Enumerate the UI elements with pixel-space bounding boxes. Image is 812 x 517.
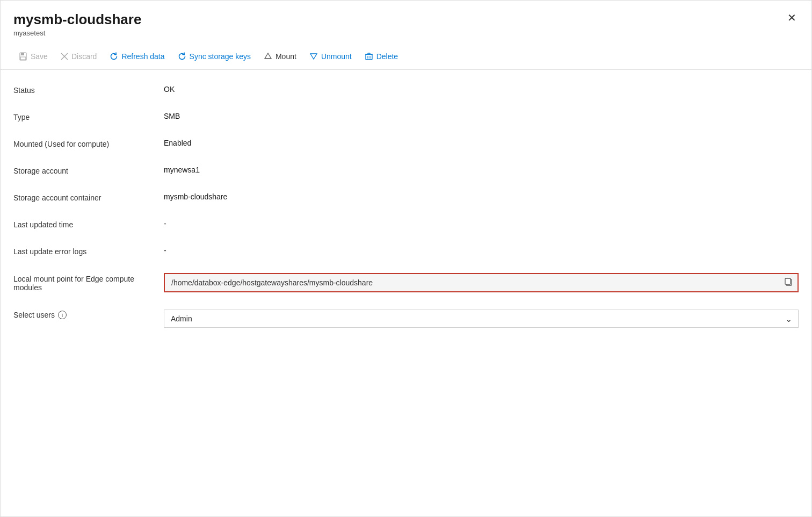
last-updated-row: Last updated time -	[13, 219, 799, 229]
delete-button[interactable]: Delete	[359, 49, 403, 64]
mount-point-label: Local mount point for Edge compute modul…	[13, 274, 164, 292]
discard-label: Discard	[71, 52, 97, 61]
type-value: SMB	[164, 112, 180, 120]
select-users-row: Select users i Admin User1 User2 ⌄	[13, 310, 799, 328]
refresh-label: Refresh data	[121, 52, 164, 61]
mount-button[interactable]: Mount	[258, 49, 302, 64]
select-users-label: Select users i	[13, 310, 164, 319]
select-users-info-icon: i	[58, 311, 67, 319]
unmount-label: Unmount	[321, 52, 352, 61]
svg-rect-2	[20, 57, 26, 60]
storage-account-label: Storage account	[13, 166, 164, 175]
sync-button[interactable]: Sync storage keys	[172, 49, 256, 64]
select-users-wrapper: Admin User1 User2 ⌄	[164, 310, 799, 328]
type-label: Type	[13, 112, 164, 121]
mounted-value: Enabled	[164, 139, 191, 147]
mount-icon	[264, 52, 272, 61]
last-updated-value: -	[164, 219, 166, 228]
refresh-icon	[110, 52, 118, 61]
save-icon	[19, 52, 27, 61]
svg-marker-6	[310, 54, 317, 59]
svg-rect-1	[21, 53, 24, 55]
content: Status OK Type SMB Mounted (Used for com…	[1, 70, 811, 358]
discard-button[interactable]: Discard	[55, 49, 102, 64]
container-row: Storage account container mysmb-cloudsha…	[13, 192, 799, 202]
svg-rect-15	[785, 278, 791, 284]
select-users-dropdown[interactable]: Admin User1 User2	[164, 310, 799, 328]
svg-rect-7	[366, 54, 372, 60]
storage-account-row: Storage account mynewsa1	[13, 166, 799, 175]
last-error-value: -	[164, 246, 166, 255]
status-row: Status OK	[13, 85, 799, 95]
dialog-header: mysmb-cloudshare myasetest	[1, 1, 811, 39]
last-updated-label: Last updated time	[13, 219, 164, 229]
copy-icon[interactable]	[784, 277, 793, 289]
refresh-button[interactable]: Refresh data	[104, 49, 170, 64]
delete-icon	[365, 52, 373, 61]
status-label: Status	[13, 85, 164, 95]
container-label: Storage account container	[13, 192, 164, 202]
storage-account-value: mynewsa1	[164, 166, 200, 174]
mount-label: Mount	[276, 52, 296, 61]
mounted-label: Mounted (Used for compute)	[13, 139, 164, 148]
unmount-icon	[309, 52, 318, 61]
mounted-row: Mounted (Used for compute) Enabled	[13, 139, 799, 148]
type-row: Type SMB	[13, 112, 799, 121]
unmount-button[interactable]: Unmount	[304, 49, 357, 64]
discard-icon	[61, 53, 68, 60]
last-error-row: Last update error logs -	[13, 246, 799, 256]
save-label: Save	[31, 52, 48, 61]
toolbar: Save Discard Refresh data	[1, 44, 811, 70]
last-error-label: Last update error logs	[13, 246, 164, 256]
svg-marker-5	[265, 53, 271, 59]
mount-point-row: Local mount point for Edge compute modul…	[13, 273, 799, 292]
mount-point-input[interactable]	[164, 273, 799, 292]
delete-label: Delete	[376, 52, 398, 61]
sync-label: Sync storage keys	[190, 52, 251, 61]
dialog-subtitle: myasetest	[13, 29, 799, 37]
status-value: OK	[164, 85, 175, 94]
sync-icon	[178, 52, 186, 61]
mount-point-wrapper	[164, 273, 799, 292]
save-button[interactable]: Save	[13, 49, 53, 64]
container-value: mysmb-cloudshare	[164, 192, 227, 201]
dialog-title: mysmb-cloudshare	[13, 11, 799, 28]
close-button[interactable]: ✕	[785, 10, 799, 25]
dialog: mysmb-cloudshare myasetest ✕ Save Disca	[0, 0, 812, 517]
